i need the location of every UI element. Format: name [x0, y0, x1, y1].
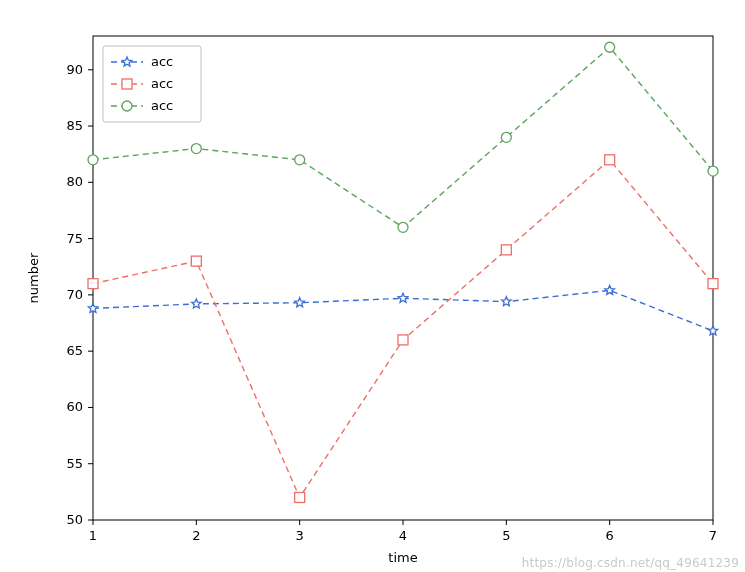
- star-marker: [502, 297, 512, 306]
- x-tick-label: 6: [606, 528, 614, 543]
- y-tick-label: 65: [66, 343, 83, 358]
- circle-marker: [191, 144, 201, 154]
- legend-label: acc: [151, 76, 173, 91]
- star-marker: [708, 326, 718, 335]
- square-marker: [605, 155, 615, 165]
- circle-marker: [122, 101, 132, 111]
- square-marker: [122, 79, 132, 89]
- square-marker: [501, 245, 511, 255]
- y-tick-label: 50: [66, 512, 83, 527]
- y-tick-label: 75: [66, 231, 83, 246]
- star-marker: [192, 299, 202, 308]
- y-tick-label: 70: [66, 287, 83, 302]
- series-line: [93, 160, 713, 498]
- x-tick-label: 4: [399, 528, 407, 543]
- series-markers: [88, 285, 718, 335]
- star-marker: [295, 298, 305, 307]
- circle-marker: [398, 222, 408, 232]
- circle-marker: [605, 42, 615, 52]
- legend-label: acc: [151, 54, 173, 69]
- star-marker: [605, 285, 615, 294]
- x-tick-label: 7: [709, 528, 717, 543]
- y-tick-label: 55: [66, 456, 83, 471]
- square-marker: [88, 279, 98, 289]
- circle-marker: [501, 132, 511, 142]
- x-tick-label: 1: [89, 528, 97, 543]
- square-marker: [708, 279, 718, 289]
- square-marker: [191, 256, 201, 266]
- x-tick-label: 3: [296, 528, 304, 543]
- x-tick-label: 2: [192, 528, 200, 543]
- star-marker: [88, 303, 98, 312]
- y-tick-label: 85: [66, 118, 83, 133]
- circle-marker: [708, 166, 718, 176]
- series-markers: [88, 155, 718, 503]
- square-marker: [295, 492, 305, 502]
- y-tick-label: 90: [66, 62, 83, 77]
- square-marker: [398, 335, 408, 345]
- line-chart: 1234567time505560657075808590numberaccac…: [0, 0, 745, 572]
- star-marker: [398, 293, 408, 302]
- chart-container: 1234567time505560657075808590numberaccac…: [0, 0, 745, 572]
- y-tick-label: 60: [66, 399, 83, 414]
- y-tick-label: 80: [66, 174, 83, 189]
- legend-label: acc: [151, 98, 173, 113]
- x-tick-label: 5: [502, 528, 510, 543]
- y-axis-label: number: [26, 252, 41, 303]
- x-axis-label: time: [388, 550, 417, 565]
- circle-marker: [88, 155, 98, 165]
- legend: accaccacc: [103, 46, 201, 122]
- circle-marker: [295, 155, 305, 165]
